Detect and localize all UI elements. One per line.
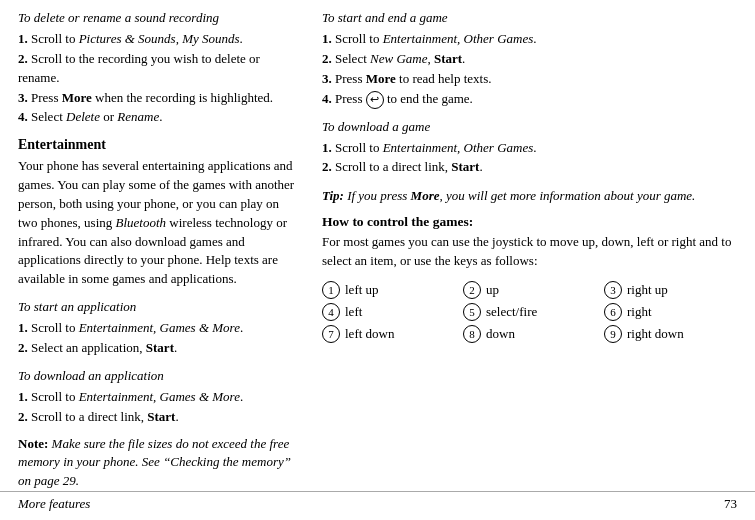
key-5-circle: 5 bbox=[463, 303, 481, 321]
entertainment-heading: Entertainment bbox=[18, 137, 298, 153]
left-column: To delete or rename a sound recording 1.… bbox=[0, 10, 310, 510]
key-3-circle: 3 bbox=[604, 281, 622, 299]
delete-step-4: 4. Select Delete or Rename. bbox=[18, 108, 298, 127]
back-button-icon: ↩ bbox=[366, 91, 384, 109]
delete-step-1: 1. Scroll to Pictures & Sounds, My Sound… bbox=[18, 30, 298, 49]
key-8-label: down bbox=[486, 326, 515, 342]
footer-right: 73 bbox=[724, 496, 737, 512]
download-app-steps: 1. Scroll to Entertainment, Games & More… bbox=[18, 388, 298, 427]
start-game-steps: 1. Scroll to Entertainment, Other Games.… bbox=[322, 30, 737, 109]
key-6-circle: 6 bbox=[604, 303, 622, 321]
download-app-heading: To download an application bbox=[18, 368, 298, 384]
key-2-circle: 2 bbox=[463, 281, 481, 299]
download-app-step-1: 1. Scroll to Entertainment, Games & More… bbox=[18, 388, 298, 407]
key-2-label: up bbox=[486, 282, 499, 298]
key-7-label: left down bbox=[345, 326, 394, 342]
key-6-item: 6 right bbox=[604, 303, 737, 321]
tip-text: Tip: If you press More, you will get mor… bbox=[322, 187, 737, 206]
key-8-circle: 8 bbox=[463, 325, 481, 343]
start-game-step-4: 4. Press ↩ to end the game. bbox=[322, 90, 737, 109]
key-1-circle: 1 bbox=[322, 281, 340, 299]
download-game-steps: 1. Scroll to Entertainment, Other Games.… bbox=[322, 139, 737, 178]
download-game-step-2: 2. Scroll to a direct link, Start. bbox=[322, 158, 737, 177]
start-game-step-3: 3. Press More to read help texts. bbox=[322, 70, 737, 89]
keypad-grid: 1 left up 2 up 3 right up 4 left 5 selec… bbox=[322, 281, 737, 343]
download-game-step-1: 1. Scroll to Entertainment, Other Games. bbox=[322, 139, 737, 158]
start-game-step-2: 2. Select New Game, Start. bbox=[322, 50, 737, 69]
key-5-label: select/fire bbox=[486, 304, 537, 320]
delete-step-2: 2. Scroll to the recording you wish to d… bbox=[18, 50, 298, 88]
key-1-label: left up bbox=[345, 282, 379, 298]
how-to-heading: How to control the games: bbox=[322, 214, 737, 230]
key-6-label: right bbox=[627, 304, 652, 320]
key-2-item: 2 up bbox=[463, 281, 596, 299]
download-game-heading: To download a game bbox=[322, 119, 737, 135]
note-text: Note: Make sure the file sizes do not ex… bbox=[18, 435, 298, 492]
key-9-circle: 9 bbox=[604, 325, 622, 343]
start-game-step-1: 1. Scroll to Entertainment, Other Games. bbox=[322, 30, 737, 49]
start-app-heading: To start an application bbox=[18, 299, 298, 315]
start-game-heading: To start and end a game bbox=[322, 10, 737, 26]
footer-left: More features bbox=[18, 496, 90, 512]
start-app-steps: 1. Scroll to Entertainment, Games & More… bbox=[18, 319, 298, 358]
delete-heading: To delete or rename a sound recording bbox=[18, 10, 298, 26]
key-3-label: right up bbox=[627, 282, 668, 298]
right-column: To start and end a game 1. Scroll to Ent… bbox=[310, 10, 755, 510]
key-4-circle: 4 bbox=[322, 303, 340, 321]
how-to-body: For most games you can use the joystick … bbox=[322, 233, 737, 271]
entertainment-body: Your phone has several entertaining appl… bbox=[18, 157, 298, 289]
key-4-item: 4 left bbox=[322, 303, 455, 321]
key-7-circle: 7 bbox=[322, 325, 340, 343]
key-3-item: 3 right up bbox=[604, 281, 737, 299]
key-4-label: left bbox=[345, 304, 362, 320]
key-1-item: 1 left up bbox=[322, 281, 455, 299]
start-app-step-1: 1. Scroll to Entertainment, Games & More… bbox=[18, 319, 298, 338]
download-app-step-2: 2. Scroll to a direct link, Start. bbox=[18, 408, 298, 427]
delete-step-3: 3. Press More when the recording is high… bbox=[18, 89, 298, 108]
delete-steps-list: 1. Scroll to Pictures & Sounds, My Sound… bbox=[18, 30, 298, 127]
key-7-item: 7 left down bbox=[322, 325, 455, 343]
key-8-item: 8 down bbox=[463, 325, 596, 343]
footer-bar: More features 73 bbox=[0, 491, 755, 512]
key-9-item: 9 right down bbox=[604, 325, 737, 343]
start-app-step-2: 2. Select an application, Start. bbox=[18, 339, 298, 358]
key-5-item: 5 select/fire bbox=[463, 303, 596, 321]
key-9-label: right down bbox=[627, 326, 684, 342]
